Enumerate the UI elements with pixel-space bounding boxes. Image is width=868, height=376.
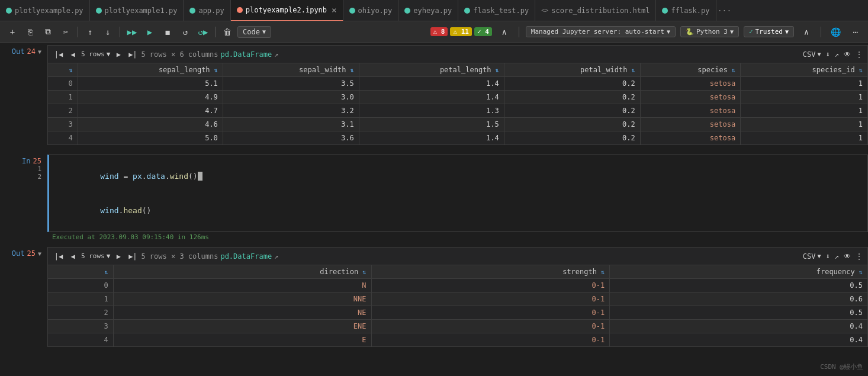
cell-type-dropdown[interactable]: Code ▼ [237, 26, 271, 38]
globe-icon[interactable]: 🌐 [828, 24, 843, 40]
checkmark-icon: ✓ [749, 28, 753, 36]
tab-flask-test-py[interactable]: flask_test.py [458, 0, 535, 21]
toolbar-run-all-button[interactable]: ▶▶ [124, 24, 140, 40]
expand-toolbar-button[interactable]: ∧ [799, 24, 814, 40]
th-species-id[interactable]: species_id ⇅ [741, 63, 868, 77]
toolbar-restart-button[interactable]: ↺ [178, 24, 193, 40]
python-version-status[interactable]: 🐍 Python 3 ▼ [680, 26, 739, 37]
df-more-button-25[interactable]: ⋮ [856, 252, 863, 261]
table-row: 4 E 0-1 0.4 [48, 333, 868, 347]
cell-gutter-out25: Out 25 ▼ [0, 247, 47, 347]
tab-app-py[interactable]: app.py [184, 0, 230, 21]
tab-overflow-button[interactable]: ··· [716, 6, 733, 15]
th-species[interactable]: species ⇅ [640, 63, 740, 77]
th-index: ⇅ [48, 63, 78, 77]
toolbar-interrupt-button[interactable]: ◼ [160, 24, 175, 40]
df-prev-page-button-25[interactable]: ◀ [67, 250, 79, 262]
warning-badge[interactable]: ⚠ 11 [450, 27, 472, 36]
input-cell-25: In 25 1 2 wind = px.data.wind() wind.hea… [0, 152, 868, 245]
dataframe-toolbar-25: |◀ ◀ 5 rows ▼ ▶ ▶| 5 rows × 3 columns pd… [47, 247, 868, 265]
toolbar-restart-run-button[interactable]: ↺▶ [195, 24, 211, 40]
toolbar-run-button[interactable]: ▶ [142, 24, 157, 40]
error-badge[interactable]: ⚠ 8 [430, 27, 448, 36]
toolbar-delete-button[interactable]: 🗑 [220, 24, 235, 40]
table-row: 3 4.6 3.1 1.5 0.2 setosa 1 [48, 118, 868, 131]
th-petal-length[interactable]: petal_length ⇅ [359, 63, 504, 77]
output-collapse-button-24[interactable]: ▼ [38, 49, 41, 55]
df-last-page-button-25[interactable]: ▶| [127, 250, 139, 262]
output-collapse-button-25[interactable]: ▼ [38, 250, 41, 257]
th-sepal-width[interactable]: sepal_width ⇅ [223, 63, 359, 77]
toolbar-cut-button[interactable]: ✂ [58, 24, 73, 40]
more-options-button[interactable]: ⋯ [848, 24, 863, 40]
tab-score-distribution-html[interactable]: <> score_distribution.html [535, 0, 656, 21]
df-toolbar-right-25: CSV ▼ ⬇ ↗ 👁 ⋮ [803, 252, 863, 261]
tab-ohiyo-py[interactable]: ohiyo.py [343, 0, 399, 21]
table-row: 2 4.7 3.2 1.3 0.2 setosa 1 [48, 104, 868, 118]
table-row: 1 4.9 3.0 1.4 0.2 setosa 1 [48, 91, 868, 104]
th-sepal-length[interactable]: sepal_length ⇅ [78, 63, 223, 77]
th-direction[interactable]: direction ⇅ [113, 265, 371, 279]
output-cell-24: Out 24 ▼ |◀ ◀ 5 rows ▼ ▶ ▶| 5 rows × 6 c… [0, 43, 868, 147]
df-view-button-25[interactable]: 👁 [844, 252, 851, 261]
df-rows-select-25[interactable]: 5 rows ▼ [81, 252, 110, 260]
th-strength[interactable]: strength ⇅ [371, 265, 610, 279]
toolbar-add-cell-button[interactable]: + [5, 24, 20, 40]
collapse-notifications-button[interactable]: ∧ [497, 24, 512, 40]
code-editor-25[interactable]: wind = px.data.wind() wind.head() [47, 155, 868, 232]
warning-icon: ⚠ [453, 28, 457, 36]
tab-close-button[interactable]: × [332, 6, 336, 14]
df-last-page-button[interactable]: ▶| [127, 49, 139, 60]
input-content-25: wind = px.data.wind() wind.head() Execut… [47, 155, 868, 242]
info-badge[interactable]: ✓ 4 [474, 27, 492, 36]
tab-plotyexample2-ipynb[interactable]: plotyexample2.ipynb × [231, 0, 343, 21]
df-expand-button-25[interactable]: ↗ [835, 252, 839, 261]
df-next-page-button[interactable]: ▶ [112, 49, 124, 60]
df-expand-button[interactable]: ↗ [835, 50, 839, 59]
table-row: 0 5.1 3.5 1.4 0.2 setosa 1 [48, 77, 868, 91]
df-download-button[interactable]: ⬇ [826, 50, 830, 59]
tab-bar: plotlyexample.py plotlyexample1.py app.p… [0, 0, 868, 21]
tab-icon [662, 8, 668, 14]
df-next-page-button-25[interactable]: ▶ [112, 250, 124, 262]
df-toolbar-right-24: CSV ▼ ⬇ ↗ 👁 ⋮ [803, 50, 863, 59]
df-first-page-button[interactable]: |◀ [53, 49, 65, 60]
jupyter-server-status[interactable]: Managed Jupyter server: auto-start ▼ [526, 26, 676, 37]
toolbar: + ⎘ ⧉ ✂ ↑ ↓ ▶▶ ▶ ◼ ↺ ↺▶ 🗑 Code ▼ ⚠ 8 ⚠ 1… [0, 21, 868, 43]
tab-plotlyexample-py[interactable]: plotlyexample.py [0, 0, 90, 21]
th-petal-width[interactable]: petal_width ⇅ [504, 63, 640, 77]
table-row: 2 NE 0-1 0.5 [48, 306, 868, 320]
df-download-button-25[interactable]: ⬇ [826, 252, 830, 261]
table-row: 1 NNE 0-1 0.6 [48, 293, 868, 306]
chevron-down-icon: ▼ [730, 28, 734, 35]
toolbar-paste-button[interactable]: ⧉ [40, 24, 56, 40]
cell-gutter-25: In 25 1 2 [0, 155, 47, 242]
python-icon: 🐍 [686, 28, 694, 36]
output-label-25: Out 25 ▼ [12, 249, 41, 258]
tab-fflask-py[interactable]: fflask.py [656, 0, 716, 21]
output-content-24: |◀ ◀ 5 rows ▼ ▶ ▶| 5 rows × 6 columns pd… [47, 45, 868, 145]
toolbar-move-up-button[interactable]: ↑ [82, 24, 98, 40]
df-more-button[interactable]: ⋮ [856, 50, 863, 59]
tab-plotlyexample1-py[interactable]: plotlyexample1.py [90, 0, 184, 21]
cell-gutter-24: Out 24 ▼ [0, 45, 47, 145]
table-row: 4 5.0 3.6 1.4 0.2 setosa 1 [48, 131, 868, 145]
th-frequency[interactable]: frequency ⇅ [610, 265, 868, 279]
df-first-page-button-25[interactable]: |◀ [53, 250, 65, 262]
toolbar-separator-1 [78, 27, 78, 37]
df-rows-select-24[interactable]: 5 rows ▼ [81, 50, 110, 58]
output-content-25: |◀ ◀ 5 rows ▼ ▶ ▶| 5 rows × 3 columns pd… [47, 247, 868, 347]
line-number-1: 1 [37, 165, 41, 173]
table-row: 3 ENE 0-1 0.4 [48, 320, 868, 333]
df-view-button[interactable]: 👁 [844, 50, 851, 59]
csv-download-button-25[interactable]: CSV ▼ [803, 252, 821, 261]
output-label-24: Out 24 ▼ [12, 47, 41, 56]
tab-eyheya-py[interactable]: eyheya.py [398, 0, 458, 21]
csv-download-button[interactable]: CSV ▼ [803, 50, 821, 59]
tab-icon-active [237, 7, 243, 13]
toolbar-copy-button[interactable]: ⎘ [22, 24, 38, 40]
trusted-status[interactable]: ✓ Trusted ▼ [744, 26, 794, 37]
execution-time-25: Executed at 2023.09.03 09:15:40 in 126ms [47, 232, 868, 242]
df-prev-page-button[interactable]: ◀ [67, 49, 79, 60]
toolbar-move-down-button[interactable]: ↓ [100, 24, 115, 40]
